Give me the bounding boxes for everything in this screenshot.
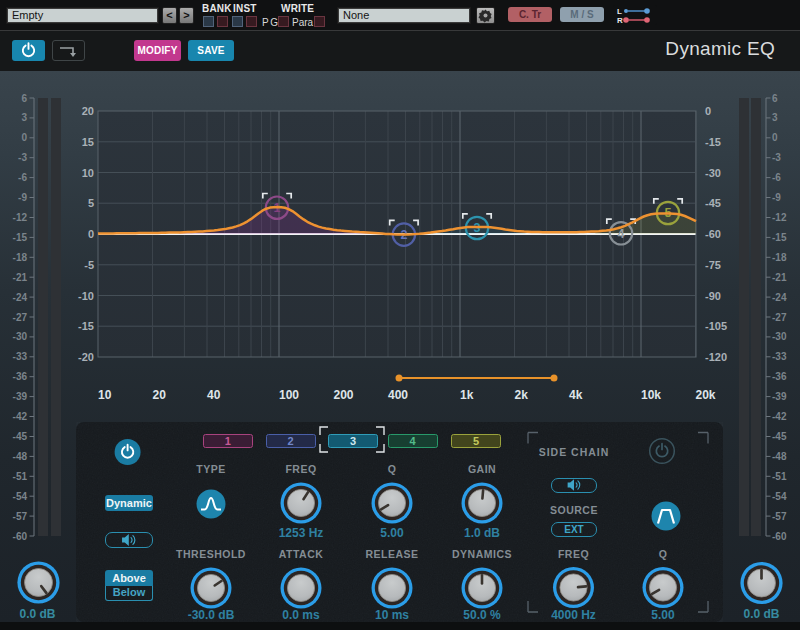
svg-text:400: 400	[388, 388, 408, 402]
svg-text:1k: 1k	[460, 388, 474, 402]
svg-text:-30: -30	[13, 331, 28, 342]
svg-text:10: 10	[98, 388, 112, 402]
svg-text:-3: -3	[772, 152, 781, 163]
svg-text:2k: 2k	[515, 388, 529, 402]
svg-text:-10: -10	[78, 290, 94, 302]
svg-text:-60: -60	[772, 531, 787, 542]
svg-text:-15: -15	[13, 232, 28, 243]
svg-text:-27: -27	[772, 312, 787, 323]
svg-text:-9: -9	[18, 192, 27, 203]
svg-text:L: L	[617, 7, 622, 16]
svg-text:-15: -15	[772, 232, 787, 243]
svg-text:-60: -60	[13, 531, 28, 542]
svg-text:40: 40	[207, 388, 221, 402]
svg-text:0: 0	[705, 105, 711, 117]
svg-text:-105: -105	[705, 320, 727, 332]
svg-text:3: 3	[21, 112, 27, 123]
svg-text:0: 0	[21, 132, 27, 143]
svg-text:-18: -18	[772, 252, 787, 263]
svg-text:R: R	[617, 16, 623, 25]
svg-text:-54: -54	[13, 491, 28, 502]
svg-text:-57: -57	[772, 511, 787, 522]
svg-text:20: 20	[82, 105, 94, 117]
svg-text:-51: -51	[13, 471, 28, 482]
svg-text:-54: -54	[772, 491, 787, 502]
svg-text:-24: -24	[13, 292, 28, 303]
svg-text:-42: -42	[772, 411, 787, 422]
svg-text:-21: -21	[13, 272, 28, 283]
svg-text:-9: -9	[772, 192, 781, 203]
svg-text:-51: -51	[772, 471, 787, 482]
svg-text:-20: -20	[78, 351, 94, 363]
svg-text:6: 6	[772, 93, 778, 104]
svg-text:-60: -60	[705, 228, 721, 240]
svg-text:-45: -45	[705, 197, 721, 209]
svg-text:-120: -120	[705, 351, 727, 363]
svg-text:-27: -27	[13, 312, 28, 323]
svg-text:-33: -33	[13, 351, 28, 362]
svg-text:-12: -12	[772, 212, 787, 223]
svg-text:200: 200	[334, 388, 354, 402]
svg-text:-30: -30	[705, 167, 721, 179]
svg-text:-3: -3	[18, 152, 27, 163]
svg-text:-45: -45	[13, 431, 28, 442]
svg-text:3: 3	[772, 112, 778, 123]
svg-text:-15: -15	[78, 320, 94, 332]
svg-text:0: 0	[88, 228, 94, 240]
svg-text:-39: -39	[13, 391, 28, 402]
svg-text:-6: -6	[772, 172, 781, 183]
svg-text:10k: 10k	[641, 388, 661, 402]
svg-text:20: 20	[153, 388, 167, 402]
svg-text:-15: -15	[705, 136, 721, 148]
svg-text:-48: -48	[13, 451, 28, 462]
svg-text:-75: -75	[705, 259, 721, 271]
svg-text:-36: -36	[13, 371, 28, 382]
svg-text:5: 5	[88, 197, 94, 209]
svg-text:15: 15	[82, 136, 94, 148]
svg-text:100: 100	[279, 388, 299, 402]
svg-text:-21: -21	[772, 272, 787, 283]
svg-text:-12: -12	[13, 212, 28, 223]
svg-text:-30: -30	[772, 331, 787, 342]
svg-text:-39: -39	[772, 391, 787, 402]
svg-text:10: 10	[82, 167, 94, 179]
svg-text:-18: -18	[13, 252, 28, 263]
svg-text:-24: -24	[772, 292, 787, 303]
svg-text:-45: -45	[772, 431, 787, 442]
svg-text:20k: 20k	[696, 388, 716, 402]
svg-text:-42: -42	[13, 411, 28, 422]
svg-text:4k: 4k	[569, 388, 583, 402]
svg-text:-57: -57	[13, 511, 28, 522]
svg-text:3: 3	[474, 221, 481, 235]
svg-text:-36: -36	[772, 371, 787, 382]
svg-text:6: 6	[21, 93, 27, 104]
svg-text:-90: -90	[705, 290, 721, 302]
svg-text:-6: -6	[18, 172, 27, 183]
svg-text:-48: -48	[772, 451, 787, 462]
svg-text:0: 0	[772, 132, 778, 143]
svg-text:-33: -33	[772, 351, 787, 362]
svg-text:-5: -5	[84, 259, 94, 271]
